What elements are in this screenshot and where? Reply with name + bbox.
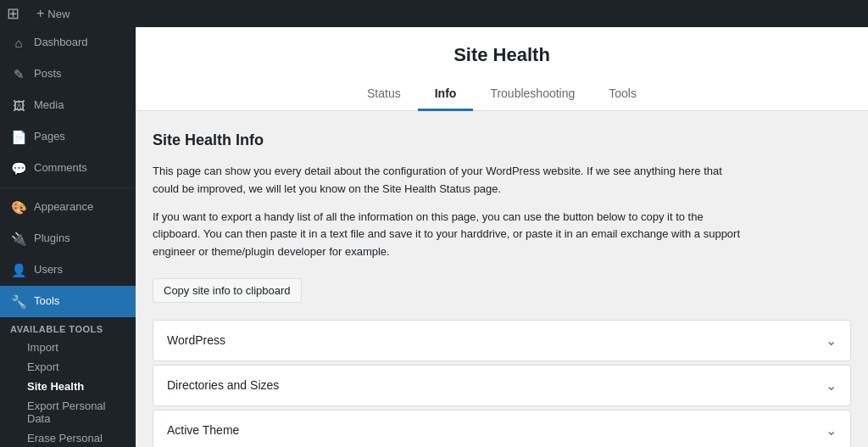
sidebar-item-posts[interactable]: ✎ Posts <box>0 59 136 90</box>
tabs: Status Info Troubleshooting Tools <box>153 80 851 110</box>
sidebar-item-dashboard[interactable]: ⌂ Dashboard <box>0 27 136 59</box>
accordion-directories-sizes-label: Directories and Sizes <box>167 378 279 392</box>
accordion-active-theme-header[interactable]: Active Theme ⌄ <box>153 411 850 447</box>
comments-icon: 💬 <box>10 159 27 177</box>
sidebar-pages-label: Pages <box>34 129 65 144</box>
top-bar: ⊞ + New <box>0 0 868 27</box>
description2: If you want to export a handy list of al… <box>153 209 746 261</box>
new-label: New <box>47 8 70 20</box>
sidebar-sub-import[interactable]: Import <box>0 338 136 357</box>
media-icon: 🖼 <box>10 97 27 115</box>
accordion-active-theme-label: Active Theme <box>167 423 239 437</box>
sidebar-comments-label: Comments <box>34 160 87 176</box>
wp-logo-icon[interactable]: ⊞ <box>7 4 19 23</box>
sidebar-item-comments[interactable]: 💬 Comments <box>0 153 136 184</box>
users-icon: 👤 <box>10 261 27 279</box>
sidebar-item-pages[interactable]: 📄 Pages <box>0 121 136 153</box>
content-body: Site Health Info This page can show you … <box>136 111 868 447</box>
tab-troubleshooting[interactable]: Troubleshooting <box>473 80 592 111</box>
description1: This page can show you every detail abou… <box>153 163 746 198</box>
main-content: Site Health Status Info Troubleshooting … <box>136 27 868 447</box>
accordion-active-theme: Active Theme ⌄ <box>153 410 851 447</box>
tab-status[interactable]: Status <box>350 80 418 111</box>
sidebar: ⌂ Dashboard ✎ Posts 🖼 Media 📄 Pages 💬 Co… <box>0 27 136 447</box>
sidebar-plugins-label: Plugins <box>34 231 70 246</box>
accordion-wordpress: WordPress ⌄ <box>153 320 851 361</box>
sidebar-sub-site-health[interactable]: Site Health <box>0 377 136 396</box>
content-header: Site Health Status Info Troubleshooting … <box>136 27 868 111</box>
tools-icon: 🔧 <box>10 293 27 310</box>
chevron-down-icon: ⌄ <box>826 377 837 394</box>
plugins-icon: 🔌 <box>10 230 27 248</box>
pages-icon: 📄 <box>10 128 27 146</box>
sidebar-users-label: Users <box>34 262 63 277</box>
posts-icon: ✎ <box>10 65 27 83</box>
new-button[interactable]: + New <box>30 0 76 27</box>
plus-icon: + <box>36 6 44 21</box>
sidebar-tools-label: Tools <box>34 293 59 309</box>
copy-site-info-button[interactable]: Copy site info to clipboard <box>153 278 302 303</box>
sidebar-sub-export-personal-data[interactable]: Export Personal Data <box>0 396 136 428</box>
chevron-down-icon: ⌄ <box>826 332 837 349</box>
sidebar-item-appearance[interactable]: 🎨 Appearance <box>0 192 136 223</box>
sidebar-posts-label: Posts <box>34 66 62 81</box>
tab-info[interactable]: Info <box>418 80 474 111</box>
sidebar-media-label: Media <box>34 98 64 113</box>
accordion-wordpress-header[interactable]: WordPress ⌄ <box>153 321 850 360</box>
sidebar-item-users[interactable]: 👤 Users <box>0 254 136 286</box>
accordion-directories-sizes: Directories and Sizes ⌄ <box>153 365 851 406</box>
appearance-icon: 🎨 <box>10 198 27 216</box>
page-title: Site Health <box>153 44 851 66</box>
sidebar-sub-export[interactable]: Export <box>0 357 136 377</box>
sidebar-item-media[interactable]: 🖼 Media <box>0 90 136 121</box>
accordion-wordpress-label: WordPress <box>167 333 225 347</box>
layout: ⌂ Dashboard ✎ Posts 🖼 Media 📄 Pages 💬 Co… <box>0 27 868 447</box>
accordion-directories-sizes-header[interactable]: Directories and Sizes ⌄ <box>153 366 850 405</box>
sidebar-appearance-label: Appearance <box>34 199 93 215</box>
section-title: Site Health Info <box>153 131 851 149</box>
sidebar-item-plugins[interactable]: 🔌 Plugins <box>0 223 136 254</box>
sidebar-divider-1 <box>0 187 136 188</box>
tab-tools[interactable]: Tools <box>592 80 654 111</box>
sidebar-dashboard-label: Dashboard <box>34 35 88 50</box>
sidebar-sub-erase-personal-data[interactable]: Erase Personal Data <box>0 428 136 447</box>
sidebar-item-tools[interactable]: 🔧 Tools <box>0 286 136 317</box>
tools-sub-header: Available Tools <box>0 317 136 338</box>
chevron-down-icon: ⌄ <box>826 422 837 439</box>
dashboard-icon: ⌂ <box>10 34 27 52</box>
